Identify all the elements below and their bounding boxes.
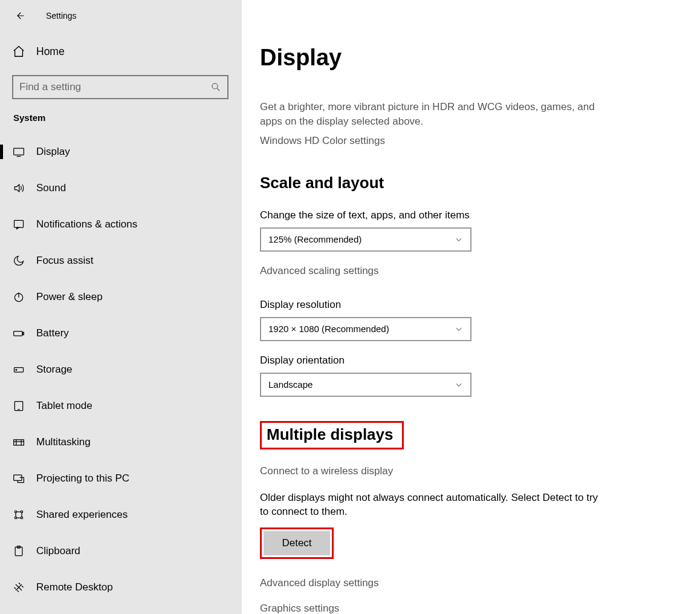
svg-point-0 <box>212 83 218 89</box>
scale-value: 125% (Recommended) <box>268 234 361 244</box>
nav-item-battery[interactable]: Battery <box>0 315 242 351</box>
detect-button[interactable]: Detect <box>264 531 330 555</box>
scale-select[interactable]: 125% (Recommended) <box>260 227 472 252</box>
home-icon <box>12 45 25 58</box>
scale-layout-heading: Scale and layout <box>260 174 682 192</box>
advanced-display-link[interactable]: Advanced display settings <box>260 577 682 589</box>
resolution-label: Display resolution <box>260 299 682 311</box>
resolution-select[interactable]: 1920 × 1080 (Recommended) <box>260 317 472 341</box>
search-wrap <box>0 75 242 113</box>
nav-label: Sound <box>36 182 66 194</box>
arrow-left-icon <box>14 10 25 21</box>
nav-item-projecting[interactable]: Projecting to this PC <box>0 460 242 497</box>
remote-desktop-icon <box>12 581 25 594</box>
svg-point-14 <box>21 517 22 518</box>
search-box[interactable] <box>12 75 228 99</box>
focus-assist-icon <box>12 254 25 267</box>
nav-item-power-sleep[interactable]: Power & sleep <box>0 279 242 315</box>
wireless-display-link[interactable]: Connect to a wireless display <box>260 465 682 477</box>
nav-label: Multitasking <box>36 436 91 448</box>
nav-label: Projecting to this PC <box>36 472 129 485</box>
nav-item-notifications[interactable]: Notifications & actions <box>0 206 242 243</box>
display-icon <box>12 145 25 158</box>
scale-label: Change the size of text, apps, and other… <box>260 209 682 221</box>
projecting-icon <box>12 472 25 485</box>
svg-rect-9 <box>14 440 24 445</box>
search-icon <box>210 82 221 93</box>
clipboard-icon <box>12 544 25 558</box>
back-button[interactable] <box>12 8 27 23</box>
home-label: Home <box>36 45 65 58</box>
page-title: Display <box>260 45 682 71</box>
orientation-value: Landscape <box>268 379 313 390</box>
power-icon <box>12 290 25 304</box>
nav-item-clipboard[interactable]: Clipboard <box>0 533 242 569</box>
multiple-displays-heading: Multiple displays <box>267 425 394 444</box>
svg-point-12 <box>21 511 22 512</box>
nav-label: Tablet mode <box>36 400 92 412</box>
nav-label: Storage <box>36 364 73 376</box>
notifications-icon <box>12 218 25 231</box>
nav-item-remote-desktop[interactable]: Remote Desktop <box>0 569 242 606</box>
svg-point-13 <box>15 517 16 518</box>
resolution-value: 1920 × 1080 (Recommended) <box>268 324 389 334</box>
svg-rect-1 <box>14 148 24 155</box>
detect-highlight: Detect <box>260 527 334 559</box>
graphics-settings-link[interactable]: Graphics settings <box>260 603 682 614</box>
chevron-down-icon <box>455 235 463 244</box>
multitasking-icon <box>12 436 25 449</box>
nav-item-shared-experiences[interactable]: Shared experiences <box>0 497 242 533</box>
orientation-label: Display orientation <box>260 354 682 367</box>
svg-rect-4 <box>14 331 22 336</box>
nav-item-storage[interactable]: Storage <box>0 351 242 388</box>
orientation-select[interactable]: Landscape <box>260 373 472 397</box>
detect-description: Older displays might not always connect … <box>260 491 598 520</box>
storage-icon <box>12 363 25 376</box>
nav-list: Display Sound Notifications & actions Fo… <box>0 134 242 606</box>
home-button[interactable]: Home <box>0 39 242 64</box>
nav-label: Power & sleep <box>36 291 103 303</box>
nav-item-sound[interactable]: Sound <box>0 170 242 206</box>
nav-label: Display <box>36 146 70 158</box>
nav-label: Remote Desktop <box>36 581 113 593</box>
svg-point-11 <box>15 511 16 512</box>
svg-point-7 <box>16 370 17 371</box>
app-title: Settings <box>46 11 77 21</box>
nav-label: Notifications & actions <box>36 218 137 230</box>
chevron-down-icon <box>455 325 463 333</box>
sound-icon <box>12 181 25 195</box>
chevron-down-icon <box>455 380 463 389</box>
nav-label: Focus assist <box>36 255 93 267</box>
titlebar: Settings <box>0 5 242 39</box>
advanced-scaling-link[interactable]: Advanced scaling settings <box>260 265 682 277</box>
nav-item-focus-assist[interactable]: Focus assist <box>0 243 242 279</box>
battery-icon <box>12 327 25 340</box>
nav-item-multitasking[interactable]: Multitasking <box>0 424 242 460</box>
tablet-icon <box>12 399 25 413</box>
svg-rect-5 <box>23 332 24 335</box>
nav-item-display[interactable]: Display <box>0 134 242 170</box>
shared-icon <box>12 508 25 521</box>
nav-item-tablet-mode[interactable]: Tablet mode <box>0 388 242 424</box>
search-input[interactable] <box>19 81 210 93</box>
hd-color-settings-link[interactable]: Windows HD Color settings <box>260 135 682 147</box>
nav-label: Battery <box>36 327 69 339</box>
svg-rect-2 <box>15 220 24 227</box>
category-label: System <box>0 113 242 134</box>
main-content: Display Get a brighter, more vibrant pic… <box>242 0 700 614</box>
multiple-displays-highlight: Multiple displays <box>260 421 404 449</box>
nav-label: Clipboard <box>36 545 80 557</box>
hdr-description: Get a brighter, more vibrant picture in … <box>260 100 598 129</box>
nav-label: Shared experiences <box>36 509 128 521</box>
sidebar: Settings Home System Display Sound Notif… <box>0 0 242 614</box>
